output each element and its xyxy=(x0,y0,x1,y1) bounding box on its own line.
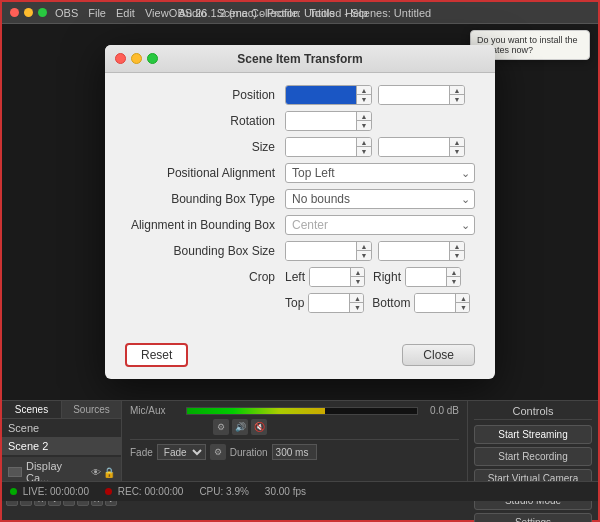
size-h-up[interactable]: ▲ xyxy=(450,138,464,147)
bounding-box-type-select[interactable]: No bounds xyxy=(285,189,475,209)
crop-left-input[interactable]: 0 ▲ ▼ xyxy=(309,267,365,287)
crop-bottom-up[interactable]: ▲ xyxy=(456,294,470,303)
menu-view[interactable]: View xyxy=(145,7,169,19)
menu-obs[interactable]: OBS xyxy=(55,7,78,19)
mixer-level-bar xyxy=(186,407,418,415)
rotation-field[interactable]: 0.00 xyxy=(286,112,356,130)
crop-bottom-input[interactable]: 0 ▲ ▼ xyxy=(414,293,470,313)
alignment-bounding-box-row: Alignment in Bounding Box Center xyxy=(125,215,475,235)
duration-input[interactable] xyxy=(272,444,317,460)
tab-sources[interactable]: Sources xyxy=(62,401,121,418)
fade-icon[interactable]: ⚙ xyxy=(210,444,226,460)
position-x-down[interactable]: ▼ xyxy=(357,95,371,104)
start-streaming-button[interactable]: Start Streaming xyxy=(474,425,592,444)
modal-body: Position 0.0000 ▲ ▼ 0.0000 ▲ xyxy=(105,73,495,335)
rotation-input[interactable]: 0.00 ▲ ▼ xyxy=(285,111,372,131)
size-w-input[interactable]: 1920.0000 ▲ ▼ xyxy=(285,137,372,157)
bbox-h-up[interactable]: ▲ xyxy=(450,242,464,251)
scene-item-2[interactable]: Scene 2 xyxy=(2,437,121,455)
position-x-field[interactable]: 0.0000 xyxy=(286,86,356,104)
position-y-field[interactable]: 0.0000 xyxy=(379,86,449,104)
rotation-inputs: 0.00 ▲ ▼ xyxy=(285,111,372,131)
menu-file[interactable]: File xyxy=(88,7,106,19)
positional-alignment-select-wrapper[interactable]: Top Left xyxy=(285,163,475,183)
position-y-up[interactable]: ▲ xyxy=(450,86,464,95)
size-h-arrows[interactable]: ▲ ▼ xyxy=(449,138,464,156)
bbox-h-input[interactable]: 1.0000 ▲ ▼ xyxy=(378,241,465,261)
position-y-arrows[interactable]: ▲ ▼ xyxy=(449,86,464,104)
bounding-box-type-label: Bounding Box Type xyxy=(125,192,285,206)
crop-label: Crop xyxy=(125,270,285,284)
close-button[interactable]: Close xyxy=(402,344,475,366)
source-eye-icon[interactable]: 👁 xyxy=(91,467,101,478)
crop-bottom-arrows[interactable]: ▲ ▼ xyxy=(455,294,469,312)
bounding-box-type-select-wrapper[interactable]: No bounds xyxy=(285,189,475,209)
size-h-input[interactable]: 1080.0000 ▲ ▼ xyxy=(378,137,465,157)
menu-edit[interactable]: Edit xyxy=(116,7,135,19)
fade-select[interactable]: Fade xyxy=(157,444,206,460)
bbox-w-arrows[interactable]: ▲ ▼ xyxy=(356,242,371,260)
size-h-down[interactable]: ▼ xyxy=(450,147,464,156)
minimize-button[interactable] xyxy=(24,8,33,17)
crop-left-up[interactable]: ▲ xyxy=(351,268,365,277)
crop-right-input[interactable]: 0 ▲ ▼ xyxy=(405,267,461,287)
position-x-up[interactable]: ▲ xyxy=(357,86,371,95)
fps-value: 30.00 fps xyxy=(265,486,306,497)
crop-top-input[interactable]: 0 ▲ ▼ xyxy=(308,293,364,313)
tab-scenes[interactable]: Scenes xyxy=(2,401,62,418)
settings-button[interactable]: Settings xyxy=(474,513,592,522)
bbox-h-field[interactable]: 1.0000 xyxy=(379,242,449,260)
bbox-w-field[interactable]: 1.0000 xyxy=(286,242,356,260)
close-button[interactable] xyxy=(10,8,19,17)
position-y-down[interactable]: ▼ xyxy=(450,95,464,104)
position-x-input[interactable]: 0.0000 ▲ ▼ xyxy=(285,85,372,105)
bbox-w-input[interactable]: 1.0000 ▲ ▼ xyxy=(285,241,372,261)
size-w-up[interactable]: ▲ xyxy=(357,138,371,147)
alignment-bounding-box-select[interactable]: Center xyxy=(285,215,475,235)
modal-traffic-lights[interactable] xyxy=(115,53,158,64)
alignment-bounding-box-select-wrapper[interactable]: Center xyxy=(285,215,475,235)
source-lock-icon[interactable]: 🔒 xyxy=(103,467,115,478)
bbox-w-down[interactable]: ▼ xyxy=(357,251,371,260)
modal-close-button[interactable] xyxy=(115,53,126,64)
crop-left-label: Left xyxy=(285,270,305,284)
modal-maximize-button[interactable] xyxy=(147,53,158,64)
bbox-h-down[interactable]: ▼ xyxy=(450,251,464,260)
position-y-input[interactable]: 0.0000 ▲ ▼ xyxy=(378,85,465,105)
crop-bottom-field[interactable]: 0 xyxy=(415,294,455,312)
crop-right-field[interactable]: 0 xyxy=(406,268,446,286)
crop-left-field[interactable]: 0 xyxy=(310,268,350,286)
size-w-field[interactable]: 1920.0000 xyxy=(286,138,356,156)
size-w-down[interactable]: ▼ xyxy=(357,147,371,156)
position-x-arrows[interactable]: ▲ ▼ xyxy=(356,86,371,104)
mixer-volume-icon[interactable]: 🔊 xyxy=(232,419,248,435)
crop-right-arrows[interactable]: ▲ ▼ xyxy=(446,268,460,286)
mixer-mute-icon[interactable]: 🔇 xyxy=(251,419,267,435)
start-recording-button[interactable]: Start Recording xyxy=(474,447,592,466)
crop-top-field[interactable]: 0 xyxy=(309,294,349,312)
crop-top-up[interactable]: ▲ xyxy=(350,294,364,303)
mixer-gear-icon[interactable]: ⚙ xyxy=(213,419,229,435)
crop-right-down[interactable]: ▼ xyxy=(447,277,461,286)
bbox-w-up[interactable]: ▲ xyxy=(357,242,371,251)
crop-left-arrows[interactable]: ▲ ▼ xyxy=(350,268,364,286)
crop-top-arrows[interactable]: ▲ ▼ xyxy=(349,294,363,312)
traffic-lights[interactable] xyxy=(10,8,47,17)
rotation-up[interactable]: ▲ xyxy=(357,112,371,121)
reset-button[interactable]: Reset xyxy=(125,343,188,367)
rotation-down[interactable]: ▼ xyxy=(357,121,371,130)
positional-alignment-select[interactable]: Top Left xyxy=(285,163,475,183)
bbox-h-arrows[interactable]: ▲ ▼ xyxy=(449,242,464,260)
crop-bottom-down[interactable]: ▼ xyxy=(456,303,470,312)
crop-right-up[interactable]: ▲ xyxy=(447,268,461,277)
scene-item-1[interactable]: Scene xyxy=(2,419,121,437)
live-dot xyxy=(10,488,17,495)
crop-top-down[interactable]: ▼ xyxy=(350,303,364,312)
crop-left-down[interactable]: ▼ xyxy=(351,277,365,286)
modal-minimize-button[interactable] xyxy=(131,53,142,64)
size-h-field[interactable]: 1080.0000 xyxy=(379,138,449,156)
duration-label: Duration xyxy=(230,447,268,458)
size-w-arrows[interactable]: ▲ ▼ xyxy=(356,138,371,156)
rotation-arrows[interactable]: ▲ ▼ xyxy=(356,112,371,130)
maximize-button[interactable] xyxy=(38,8,47,17)
